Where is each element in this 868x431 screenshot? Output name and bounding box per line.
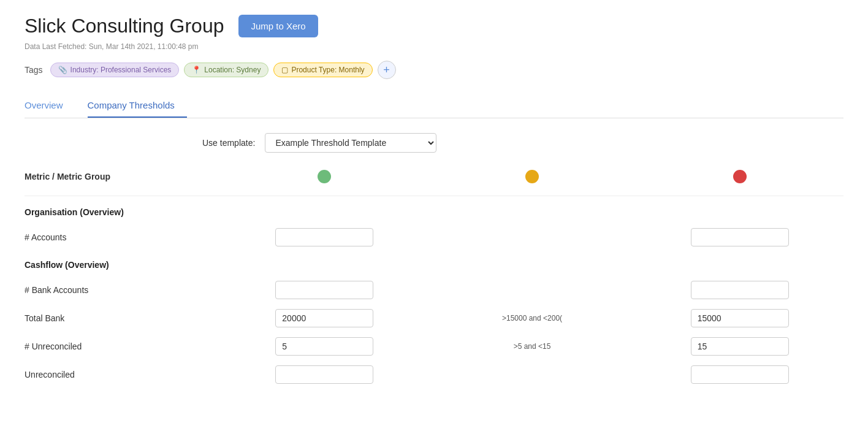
unreconciled-red-input[interactable] [691, 365, 789, 384]
tags-row: Tags 📎 Industry: Professional Services 📍… [25, 61, 843, 79]
section-title-cashflow: Cashflow (Overview) [25, 251, 843, 276]
bank-accounts-red-input[interactable] [691, 281, 789, 299]
metric-column-header: Metric / Metric Group [25, 172, 221, 181]
company-title: Slick Consulting Group [25, 15, 224, 37]
metric-label-bank-accounts: # Bank Accounts [25, 285, 221, 295]
tag-industry[interactable]: 📎 Industry: Professional Services [50, 63, 180, 77]
metric-row-unreconciled: Unreconciled [25, 360, 843, 389]
tab-company-thresholds[interactable]: Company Thresholds [88, 94, 187, 118]
add-tag-button[interactable]: + [378, 61, 396, 79]
data-fetched-label: Data Last Fetched: Sun, Mar 14th 2021, 1… [25, 42, 843, 51]
square-icon: ▢ [281, 66, 288, 74]
metric-row-unreconciled-count: # Unreconciled >5 and <15 [25, 332, 843, 360]
header-divider [25, 196, 843, 196]
unreconciled-green-input[interactable] [275, 365, 373, 384]
tag-product-text: Product Type: Monthly [291, 66, 364, 74]
metric-row-bank-accounts: # Bank Accounts [25, 276, 843, 304]
tags-label: Tags [25, 65, 43, 75]
green-column-header [221, 170, 428, 183]
tag-location[interactable]: 📍 Location: Sydney [184, 63, 268, 77]
yellow-column-header [428, 170, 636, 183]
tag-industry-text: Industry: Professional Services [70, 66, 172, 74]
accounts-green-input[interactable] [275, 228, 373, 246]
tab-overview[interactable]: Overview [25, 94, 75, 118]
section-title-organisation: Organisation (Overview) [25, 199, 843, 223]
tag-location-text: Location: Sydney [204, 66, 261, 74]
metric-label-total-bank: Total Bank [25, 313, 221, 323]
green-dot-icon [318, 170, 331, 183]
unreconciled-count-yellow-between: >5 and <15 [428, 342, 636, 351]
location-icon: 📍 [192, 66, 201, 74]
template-row: Use template: Example Threshold Template… [25, 133, 843, 153]
tabs-row: Overview Company Thresholds [25, 94, 843, 118]
yellow-dot-icon [525, 170, 539, 183]
metric-row-total-bank: Total Bank >15000 and <200( [25, 304, 843, 332]
section-cashflow-overview: Cashflow (Overview) # Bank Accounts Tota… [25, 251, 843, 389]
threshold-column-headers: Metric / Metric Group [25, 170, 843, 189]
use-template-label: Use template: [202, 138, 255, 148]
red-column-header [636, 170, 843, 183]
metric-label-unreconciled: Unreconciled [25, 370, 221, 380]
jump-to-xero-button[interactable]: Jump to Xero [238, 15, 318, 37]
unreconciled-count-green-input[interactable] [275, 337, 373, 356]
metric-label-unreconciled-count: # Unreconciled [25, 341, 221, 351]
content-area: Use template: Example Threshold Template… [25, 118, 843, 389]
metric-label-accounts: # Accounts [25, 232, 221, 242]
red-dot-icon [733, 170, 747, 183]
metric-row-accounts: # Accounts [25, 223, 843, 251]
tag-product[interactable]: ▢ Product Type: Monthly [273, 63, 372, 77]
template-select[interactable]: Example Threshold Template Custom Templa… [265, 133, 436, 153]
total-bank-green-input[interactable] [275, 309, 373, 327]
unreconciled-count-red-input[interactable] [691, 337, 789, 356]
accounts-red-input[interactable] [691, 228, 789, 246]
bank-accounts-green-input[interactable] [275, 281, 373, 299]
paperclip-icon: 📎 [58, 66, 67, 74]
total-bank-yellow-between: >15000 and <200( [428, 314, 636, 322]
total-bank-red-input[interactable] [691, 309, 789, 327]
section-organisation-overview: Organisation (Overview) # Accounts [25, 199, 843, 251]
